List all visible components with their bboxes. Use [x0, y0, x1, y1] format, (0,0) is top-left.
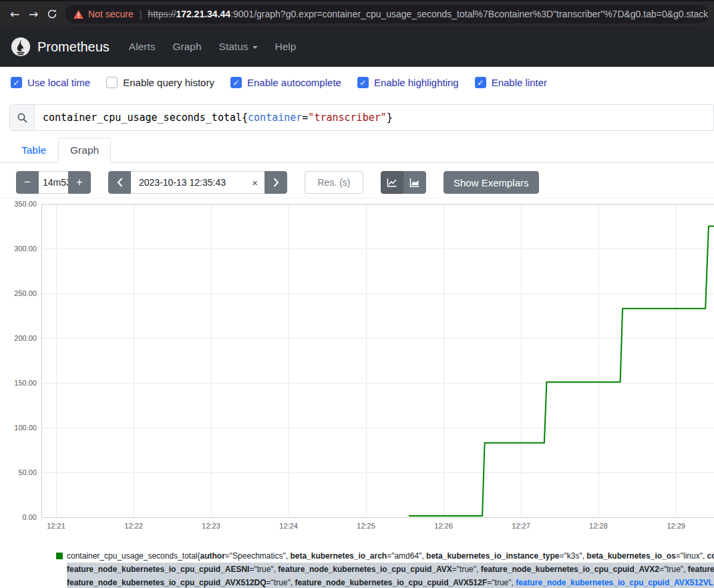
legend-line[interactable]: feature_node_kubernetes_io_cpu_cpuid_AVX… [67, 576, 714, 588]
decrease-range-button[interactable]: − [16, 171, 39, 194]
svg-text:200.00: 200.00 [14, 334, 37, 342]
legend-line[interactable]: feature_node_kubernetes_io_cpu_cpuid_AES… [67, 563, 714, 576]
svg-text:12:29: 12:29 [667, 522, 685, 530]
nav-item-alerts[interactable]: Alerts [129, 41, 156, 53]
checkbox-enable-highlighting[interactable]: ✓ [357, 77, 369, 88]
legend-text: feature_node_kubernetes_io_cpu_cpuid_AES… [67, 563, 714, 576]
option-label: Enable query history [123, 77, 214, 88]
legend-text: feature_node_kubernetes_io_cpu_cpuid_AVX… [67, 576, 714, 588]
svg-text:150.00: 150.00 [14, 379, 37, 387]
graph-controls: − 14m53s + 2023-10-13 12:35:43 × Res. (s… [16, 171, 705, 194]
tab-table[interactable]: Table [9, 138, 58, 163]
svg-text:12:26: 12:26 [434, 522, 453, 530]
svg-text:350.00: 350.00 [14, 200, 37, 208]
navbar-menu: AlertsGraphStatusHelp [120, 41, 305, 53]
checkbox-enable-linter[interactable]: ✓ [475, 77, 486, 88]
address-bar[interactable]: Not secure | https://172.21.34.44:9001/g… [65, 5, 709, 23]
svg-text:12:28: 12:28 [589, 522, 608, 530]
svg-text:100.00: 100.00 [14, 424, 37, 432]
range-duration-input[interactable]: 14m53s [39, 171, 68, 194]
caret-down-icon [252, 46, 258, 49]
chevron-right-icon [273, 178, 279, 187]
chevron-left-icon [117, 178, 123, 187]
svg-text:50.00: 50.00 [18, 468, 37, 476]
expression-input[interactable]: container_cpu_usage_seconds_total{contai… [9, 104, 714, 131]
url-scheme: https:// [148, 9, 176, 19]
increase-range-button[interactable]: + [68, 171, 91, 194]
nav-item-help[interactable]: Help [275, 41, 297, 53]
line-chart-toggle-button[interactable] [381, 171, 403, 194]
warning-icon [73, 10, 83, 19]
query-expression-text[interactable]: container_cpu_usage_seconds_total{contai… [35, 105, 713, 130]
back-icon[interactable]: ← [5, 5, 24, 23]
browser-toolbar: ← → Not secure | https://172.21.34.44:90… [0, 0, 714, 27]
refresh-icon[interactable] [43, 5, 61, 23]
line-chart-icon [387, 177, 397, 188]
svg-text:12:22: 12:22 [124, 522, 143, 530]
svg-text:12:21: 12:21 [47, 522, 65, 530]
resolution-input[interactable]: Res. (s) [305, 171, 363, 194]
next-time-button[interactable] [264, 171, 287, 194]
query-token-punct: } [387, 112, 393, 124]
option-label: Use local time [27, 77, 90, 88]
option-label: Enable autocomplete [247, 77, 341, 88]
forward-icon[interactable]: → [24, 5, 43, 23]
brand-title[interactable]: Prometheus [37, 39, 110, 55]
prometheus-navbar: Prometheus AlertsGraphStatusHelp [0, 27, 714, 67]
checkbox-use-local-time[interactable]: ✓ [11, 77, 22, 88]
clear-datetime-icon[interactable]: × [252, 177, 258, 188]
refresh-glyph [47, 9, 57, 19]
url-host: 172.21.34.44 [176, 9, 230, 19]
nav-item-status[interactable]: Status [219, 41, 258, 53]
query-token-metric: container_cpu_usage_seconds_total [43, 112, 242, 124]
svg-text:250.00: 250.00 [14, 289, 37, 297]
query-token-label: container [248, 112, 302, 124]
option-use-local-time[interactable]: ✓Use local time [11, 77, 90, 88]
panel-tabs: TableGraph [0, 138, 714, 163]
option-enable-highlighting[interactable]: ✓Enable highlighting [357, 77, 459, 88]
option-enable-linter[interactable]: ✓Enable linter [475, 77, 547, 88]
svg-text:12:25: 12:25 [357, 522, 375, 530]
graph-legend: container_cpu_usage_seconds_total{author… [56, 549, 714, 588]
svg-text:300.00: 300.00 [14, 245, 37, 253]
svg-text:12:24: 12:24 [279, 522, 298, 530]
option-label: Enable linter [492, 77, 547, 88]
range-input-group: − 14m53s + [16, 171, 91, 194]
chart-type-toggle [381, 171, 426, 194]
svg-text:0.00: 0.00 [23, 513, 37, 521]
options-row: ✓Use local timeEnable query history✓Enab… [0, 67, 714, 96]
svg-text:12:23: 12:23 [202, 522, 220, 530]
option-enable-autocomplete[interactable]: ✓Enable autocomplete [230, 77, 341, 88]
usage-graph-canvas[interactable]: 0.0050.00100.00150.00200.00250.00300.003… [0, 198, 714, 533]
query-token-punct: { [242, 112, 248, 124]
stacked-chart-toggle-button[interactable] [403, 171, 426, 194]
legend-swatch [56, 553, 63, 559]
search-addon [10, 105, 35, 130]
query-token-string: "transcriber" [308, 112, 386, 124]
datetime-input[interactable]: 2023-10-13 12:35:43 × [131, 171, 264, 194]
tab-graph[interactable]: Graph [58, 138, 111, 163]
legend-text: container_cpu_usage_seconds_total{author… [67, 549, 714, 563]
show-exemplars-button[interactable]: Show Exemplars [443, 171, 539, 194]
nav-item-graph[interactable]: Graph [172, 41, 201, 53]
legend-line[interactable]: container_cpu_usage_seconds_total{author… [56, 549, 714, 563]
option-label: Enable highlighting [374, 77, 459, 88]
datetime-group: 2023-10-13 12:35:43 × [108, 171, 287, 194]
datetime-value: 2023-10-13 12:35:43 [139, 177, 226, 188]
url-path: :9001/graph?g0.expr=container_cpu_usage_… [230, 9, 708, 19]
not-secure-label: Not secure [88, 9, 134, 19]
previous-time-button[interactable] [108, 171, 131, 194]
checkbox-enable-autocomplete[interactable]: ✓ [230, 77, 242, 88]
svg-text:12:27: 12:27 [512, 522, 530, 530]
stacked-chart-icon [409, 177, 420, 188]
checkbox-enable-query-history[interactable] [106, 77, 118, 88]
search-icon [17, 112, 28, 124]
option-enable-query-history[interactable]: Enable query history [106, 77, 214, 88]
omnibox-separator: | [140, 9, 142, 19]
query-token-punct: = [302, 112, 308, 124]
prometheus-logo-icon[interactable] [11, 37, 31, 57]
graph-panel: 0.0050.00100.00150.00200.00250.00300.003… [0, 198, 714, 533]
